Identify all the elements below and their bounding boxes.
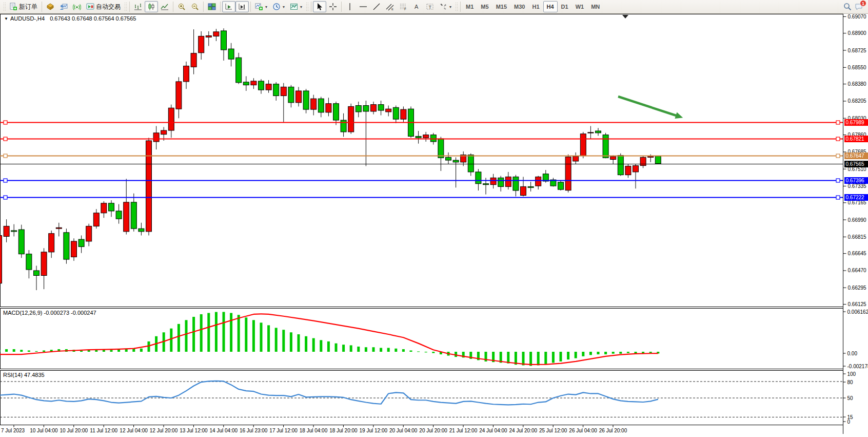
candle-bearish[interactable] <box>26 254 32 270</box>
candle-bullish[interactable] <box>206 35 211 37</box>
candle-bearish[interactable] <box>18 230 24 254</box>
candle-bullish[interactable] <box>640 157 646 165</box>
candle-bullish[interactable] <box>86 226 92 241</box>
candle-bearish[interactable] <box>288 87 294 102</box>
candle-bullish[interactable] <box>386 109 391 112</box>
candle-bearish[interactable] <box>618 156 623 175</box>
candle-bearish[interactable] <box>64 233 69 259</box>
candle-bullish[interactable] <box>521 186 526 195</box>
chevron-down-icon[interactable]: ▾ <box>265 5 267 9</box>
text-button[interactable]: A <box>410 1 423 12</box>
candle-bearish[interactable] <box>109 203 114 211</box>
autoscroll-button[interactable] <box>222 1 235 12</box>
candle-bearish[interactable] <box>318 99 324 112</box>
candle-bearish[interactable] <box>34 271 40 276</box>
timeframe-button-d1[interactable]: D1 <box>558 1 572 12</box>
chart-window[interactable]: 0.690700.689000.687250.685500.683800.682… <box>0 14 868 437</box>
horizontal-line-button[interactable] <box>357 1 370 12</box>
candle-bearish[interactable] <box>116 211 122 219</box>
cursor-button[interactable] <box>313 1 326 12</box>
candle-bullish[interactable] <box>153 133 159 142</box>
signals-button[interactable] <box>70 1 84 12</box>
equidistant-channel-button[interactable]: E <box>383 1 397 12</box>
candle-bullish[interactable] <box>565 157 571 191</box>
candle-bearish[interactable] <box>453 160 459 162</box>
timeframe-button-m1[interactable]: M1 <box>462 1 477 12</box>
trendline-button[interactable] <box>370 1 383 12</box>
periods-button[interactable]: ▾ <box>270 1 287 12</box>
candle-bullish[interactable] <box>146 141 152 232</box>
candle-bullish[interactable] <box>199 36 204 52</box>
zoom-out-button[interactable] <box>188 1 202 12</box>
vertical-line-button[interactable] <box>343 1 357 12</box>
candle-bullish[interactable] <box>296 91 302 103</box>
candle-bearish[interactable] <box>78 239 84 246</box>
shapes-arrows-button[interactable]: ▾ <box>437 1 454 12</box>
candle-bearish[interactable] <box>498 178 504 186</box>
chart-shift-button[interactable] <box>235 1 249 12</box>
autotrade-button[interactable]: 自动交易 <box>84 1 123 12</box>
candle-bullish[interactable] <box>610 157 616 160</box>
candle-bullish[interactable] <box>281 87 286 96</box>
price-chart-canvas[interactable]: 0.690700.689000.687250.685500.683800.682… <box>0 14 868 437</box>
candle-bullish[interactable] <box>311 99 317 109</box>
candle-bearish[interactable] <box>468 155 474 172</box>
candle-bearish[interactable] <box>446 157 451 160</box>
candle-bearish[interactable] <box>243 82 249 85</box>
search-icon[interactable] <box>843 3 852 11</box>
new-order-button[interactable]: 新订单 <box>7 1 40 12</box>
candle-bullish[interactable] <box>536 177 541 186</box>
chevron-down-icon[interactable]: ▾ <box>283 5 285 9</box>
candle-bearish[interactable] <box>483 184 489 185</box>
candle-bullish[interactable] <box>56 227 62 229</box>
chat-button[interactable]: 1 <box>855 3 863 11</box>
chevron-down-icon[interactable]: ▾ <box>449 5 451 9</box>
candle-bullish[interactable] <box>490 178 496 184</box>
candle-bullish[interactable] <box>371 105 377 111</box>
candle-bearish[interactable] <box>438 139 444 158</box>
candle-bullish[interactable] <box>0 235 2 283</box>
candle-bullish[interactable] <box>266 84 271 90</box>
candle-bullish[interactable] <box>573 156 579 161</box>
candle-bullish[interactable] <box>588 132 594 133</box>
candle-bearish[interactable] <box>476 172 481 184</box>
line-handle[interactable] <box>4 196 7 199</box>
candle-bearish[interactable] <box>363 106 369 111</box>
candle-bearish[interactable] <box>356 106 361 112</box>
candlestick-chart-button[interactable] <box>145 1 158 12</box>
candle-bearish[interactable] <box>430 135 436 142</box>
tile-windows-button[interactable] <box>205 1 219 12</box>
line-handle[interactable] <box>4 121 7 124</box>
line-handle[interactable] <box>836 154 840 158</box>
candle-bullish[interactable] <box>49 234 54 252</box>
candle-bullish[interactable] <box>213 32 219 36</box>
candle-bearish[interactable] <box>558 182 564 189</box>
candle-bearish[interactable] <box>603 135 608 158</box>
candle-bearish[interactable] <box>333 104 339 120</box>
candle-bullish[interactable] <box>176 82 182 109</box>
line-handle[interactable] <box>4 179 7 182</box>
strategy-tester-button[interactable] <box>57 1 70 12</box>
candle-bullish[interactable] <box>401 109 406 119</box>
line-handle[interactable] <box>4 154 7 158</box>
candle-bearish[interactable] <box>221 31 227 50</box>
candle-bullish[interactable] <box>71 241 77 257</box>
candle-bullish[interactable] <box>101 203 107 213</box>
candle-bullish[interactable] <box>633 165 639 172</box>
candle-bullish[interactable] <box>184 66 189 81</box>
candle-bullish[interactable] <box>580 134 586 156</box>
indicators-button[interactable]: ▾ <box>252 1 270 12</box>
timeframe-button-w1[interactable]: W1 <box>572 1 588 12</box>
candle-bullish[interactable] <box>251 81 257 85</box>
candle-bearish[interactable] <box>596 131 601 133</box>
zoom-in-button[interactable] <box>175 1 188 12</box>
candle-bearish[interactable] <box>259 81 264 90</box>
candle-bullish[interactable] <box>4 226 9 236</box>
timeframe-button-h1[interactable]: H1 <box>528 1 543 12</box>
one-click-trading-toggle[interactable]: ▼ <box>4 16 8 21</box>
candle-bullish[interactable] <box>41 252 47 276</box>
text-label-button[interactable]: T <box>423 1 437 12</box>
line-handle[interactable] <box>4 137 7 141</box>
candle-bearish[interactable] <box>513 177 519 191</box>
candle-bullish[interactable] <box>93 213 99 226</box>
